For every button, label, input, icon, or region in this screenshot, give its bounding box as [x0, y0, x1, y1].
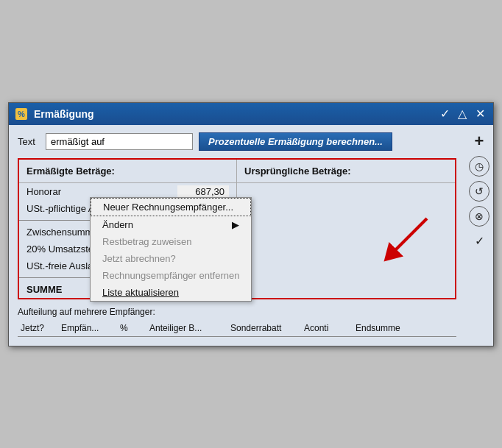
submenu-arrow: ▶ — [232, 219, 239, 230]
menu-item-aendern[interactable]: Ändern ▶ — [91, 216, 251, 233]
honorar-label: Honorar — [26, 186, 61, 197]
col-endsumme: Endsumme — [353, 321, 426, 335]
recipients-table-header: Jetzt? Empfän... % Anteiliger B... Sonde… — [18, 320, 456, 337]
content-area: Text Prozentuelle Ermäßigung berechnen..… — [9, 125, 493, 346]
window-icon: % — [15, 107, 28, 121]
svg-text:%: % — [18, 110, 25, 118]
clock-button[interactable]: ◷ — [469, 156, 489, 177]
menu-item-jetzt-label: Jetzt abrechnen? — [102, 253, 176, 264]
menu-item-new[interactable]: Neuer Rechnungsempfänger... — [91, 198, 251, 216]
col-empfaenger: Empfän... — [58, 321, 117, 335]
amounts-right-col — [237, 183, 455, 298]
text-label: Text — [18, 136, 40, 147]
refresh-button[interactable]: ↺ — [469, 181, 489, 202]
add-button[interactable]: + — [469, 131, 489, 152]
recipients-label: Aufteilung auf mehrere Empfänger: — [18, 307, 456, 317]
maximize-btn[interactable]: △ — [455, 108, 470, 120]
close-circle-button[interactable]: ⊗ — [469, 206, 489, 227]
menu-item-restbetrag-label: Restbetrag zuweisen — [102, 236, 191, 247]
honorar-value: 687,30 — [177, 185, 229, 198]
amounts-header: Ermäßigte Beträge: Ursprüngliche Beträge… — [19, 160, 455, 183]
main-window: % Ermäßigung ✓ △ ✕ Text Prozentuelle Erm… — [8, 102, 494, 346]
left-header: Ermäßigte Beträge: — [19, 160, 237, 182]
menu-item-jetzt: Jetzt abrechnen? — [91, 250, 251, 267]
menu-item-aendern-label: Ändern — [102, 219, 133, 230]
menu-item-entfernen-label: Rechnungsempfänger entfernen — [102, 270, 239, 281]
col-jetzt: Jetzt? — [18, 321, 58, 335]
col-aconti: Aconti — [301, 321, 353, 335]
col-anteilig: Anteiliger B... — [146, 321, 227, 335]
right-sidebar: + ◷ ↺ ⊗ ✓ — [465, 125, 493, 346]
text-input[interactable] — [46, 133, 193, 150]
zwischensumme-label: Zwischensumme — [26, 227, 99, 238]
right-header: Ursprüngliche Beträge: — [237, 160, 455, 182]
titlebar: % Ermäßigung ✓ △ ✕ — [9, 103, 493, 125]
window-title: Ermäßigung — [34, 108, 94, 120]
menu-item-new-label: Neuer Rechnungsempfänger... — [103, 202, 233, 213]
menu-item-entfernen: Rechnungsempfänger entfernen — [91, 267, 251, 284]
text-row: Text Prozentuelle Ermäßigung berechnen..… — [18, 132, 456, 151]
calc-button[interactable]: Prozentuelle Ermäßigung berechnen... — [199, 132, 392, 151]
col-percent: % — [117, 321, 146, 335]
menu-item-restbetrag: Restbetrag zuweisen — [91, 233, 251, 250]
menu-item-aktualisieren[interactable]: Liste aktualisieren — [91, 284, 251, 301]
confirm-button[interactable]: ✓ — [469, 231, 489, 252]
col-sonderrabatt: Sonderrabatt — [227, 321, 301, 335]
summe-label: SUMME — [26, 284, 62, 295]
close-btn[interactable]: ✕ — [473, 108, 487, 120]
window-controls: ✓ △ ✕ — [437, 108, 487, 120]
minimize-btn[interactable]: ✓ — [437, 108, 452, 120]
menu-item-aktualisieren-label: Liste aktualisieren — [102, 287, 179, 298]
context-menu: Neuer Rechnungsempfänger... Ändern ▶ Res… — [90, 197, 252, 302]
